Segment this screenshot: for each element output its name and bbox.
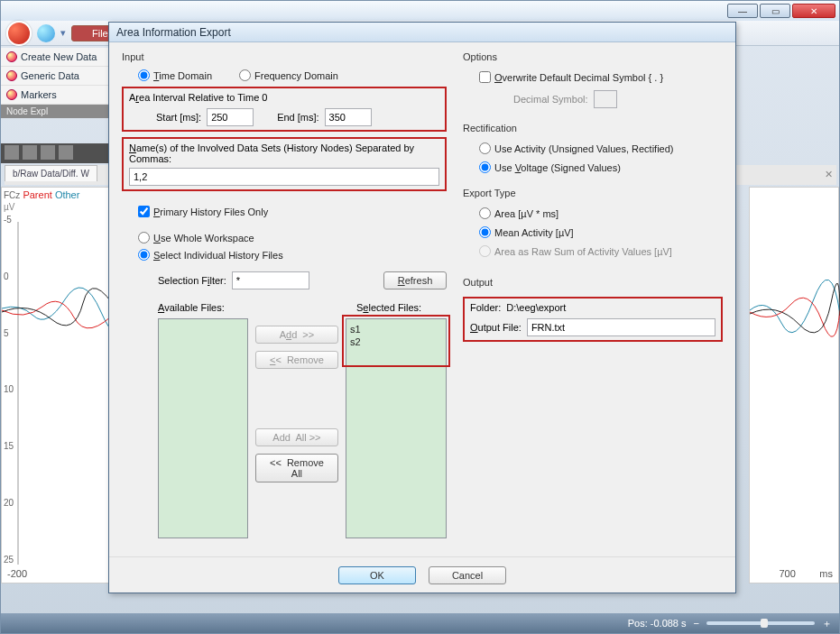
tool-icon[interactable]: [59, 145, 73, 160]
remove-button[interactable]: << Remove: [255, 351, 338, 369]
end-input[interactable]: [325, 108, 372, 126]
maximize-button[interactable]: ▭: [760, 4, 790, 18]
list-item[interactable]: s1: [350, 323, 442, 335]
area-radio[interactable]: Area [µV * ms]: [479, 207, 723, 219]
bullet-icon: [6, 89, 17, 100]
dialog-title: Area Information Export: [109, 23, 735, 42]
output-highlight: Folder: D:\eeg\export Output File:: [463, 297, 723, 342]
decimal-label: Decimal Symbol:: [513, 94, 588, 105]
options-label: Options: [463, 51, 723, 62]
zoom-slider[interactable]: [706, 621, 815, 625]
input-label: Input: [122, 51, 447, 62]
main-titlebar: — ▭ ✕: [1, 1, 839, 21]
sidebar-item-markers[interactable]: Markers: [1, 86, 117, 105]
selected-files-list[interactable]: s1 s2: [346, 318, 447, 538]
start-label: Start [ms]:: [156, 112, 201, 123]
waveform-left: [2, 222, 119, 565]
output-file-input[interactable]: [527, 318, 715, 336]
plot-right: 700ms: [749, 187, 839, 583]
interval-highlight: Area Interval Relative to Time 0 Start […: [122, 87, 447, 132]
channel-label: FCz: [4, 190, 20, 200]
names-label: Name(s) of the Involved Data Sets (Histo…: [129, 142, 439, 164]
tab-raw-data[interactable]: b/Raw Data/Diff. W: [5, 165, 97, 181]
raw-sum-radio: Area as Raw Sum of Activity Values [µV]: [479, 245, 723, 257]
output-file-label: Output File:: [470, 322, 522, 333]
folder-value: D:\eeg\export: [506, 302, 566, 313]
interval-legend: Area Interval Relative to Time 0: [129, 92, 439, 103]
add-all-button[interactable]: Add All >>: [255, 428, 338, 446]
sidebar-item-generic-data[interactable]: Generic Data: [1, 67, 117, 86]
filter-label: Selection Filter:: [158, 275, 226, 286]
tool-icon[interactable]: [23, 145, 37, 160]
dialog-footer: OK Cancel: [109, 556, 735, 593]
waveform-right: [750, 224, 840, 566]
zoom-out-icon[interactable]: −: [694, 618, 699, 629]
time-domain-radio[interactable]: Time Domain: [138, 69, 212, 81]
folder-label: Folder:: [470, 302, 501, 313]
decimal-input: [594, 90, 617, 108]
sidebar: Create New Data Generic Data Markers Nod…: [1, 48, 118, 118]
bullet-icon: [6, 70, 17, 81]
sidebar-item-create-new[interactable]: Create New Data: [1, 48, 117, 67]
select-individual-radio[interactable]: Select Individual History Files: [138, 249, 447, 261]
node-explorer-header: Node Expl: [1, 105, 117, 118]
other-label: Other: [55, 189, 80, 200]
area-export-dialog: Area Information Export Input Time Domai…: [108, 22, 736, 593]
remove-all-button[interactable]: << Remove All: [255, 454, 338, 482]
output-label: Output: [463, 277, 723, 288]
refresh-button[interactable]: Refresh: [383, 271, 447, 289]
uv-label: µV: [4, 202, 14, 212]
names-input[interactable]: [129, 168, 439, 186]
tool-icon[interactable]: [5, 145, 19, 160]
minimize-button[interactable]: —: [727, 4, 758, 18]
end-label: End [ms]:: [277, 112, 318, 123]
primary-only-check[interactable]: Primary History Files Only: [138, 206, 447, 217]
use-whole-radio[interactable]: Use Whole Workspace: [138, 232, 447, 243]
cancel-button[interactable]: Cancel: [429, 566, 506, 584]
mean-radio[interactable]: Mean Activity [µV]: [479, 226, 723, 238]
names-highlight: Name(s) of the Involved Data Sets (Histo…: [122, 137, 447, 191]
close-button[interactable]: ✕: [792, 4, 835, 18]
dropdown-icon[interactable]: ▾: [60, 27, 66, 39]
freq-domain-radio[interactable]: Frequency Domain: [239, 69, 338, 81]
use-voltage-radio[interactable]: Use Voltage (Signed Values): [479, 161, 723, 173]
globe-icon[interactable]: [37, 24, 55, 42]
pos-label: Pos: -0.088 s: [628, 618, 687, 629]
parent-label: Parent: [23, 189, 51, 200]
ok-button[interactable]: OK: [338, 566, 416, 584]
mid-toolbar: [1, 143, 118, 163]
rectification-label: Rectification: [463, 123, 723, 133]
overwrite-check[interactable]: Overwrite Default Decimal Symbol { . }: [479, 71, 723, 83]
tab-close-icon[interactable]: ✕: [825, 169, 833, 180]
available-label: Available Files:: [158, 302, 259, 313]
plot-left: FCz Parent Other µV -5 0 5 10 15 20 25 -…: [1, 187, 118, 583]
list-item[interactable]: s2: [350, 335, 442, 348]
use-activity-radio[interactable]: Use Activity (Unsigned Values, Rectified…: [479, 142, 723, 154]
export-type-label: Export Type: [463, 188, 723, 198]
add-button[interactable]: Add >>: [255, 326, 338, 344]
start-input[interactable]: [207, 108, 254, 126]
available-files-list[interactable]: [158, 318, 248, 538]
bullet-icon: [6, 51, 17, 62]
status-bar: Pos: -0.088 s − ＋: [1, 613, 839, 633]
tool-icon[interactable]: [41, 145, 55, 160]
selected-label: Selected Files:: [356, 302, 421, 313]
app-logo-icon: [6, 21, 32, 46]
filter-input[interactable]: [232, 271, 309, 289]
zoom-in-icon[interactable]: ＋: [822, 617, 832, 630]
